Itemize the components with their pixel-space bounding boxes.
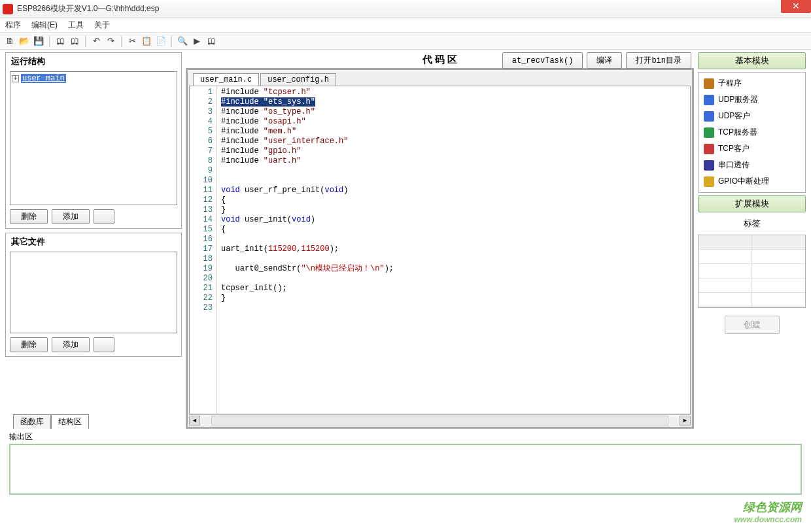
module-label: TCP客户	[718, 143, 750, 154]
module-icon	[704, 160, 714, 171]
title-bar: ESP8266模块开发V1.0—G:\hhh\ddd.esp ✕	[0, 0, 811, 18]
menu-edit[interactable]: 编辑(E)	[31, 20, 58, 31]
copy-icon[interactable]: 📋	[141, 35, 152, 47]
module-label: UDP服务器	[718, 94, 758, 105]
basic-modules-list: 子程序UDP服务器UDP客户TCP服务器TCP客户串口透传GPIO中断处理	[698, 72, 806, 193]
extra-button[interactable]	[94, 209, 114, 224]
watermark: 绿色资源网 www.downcc.com	[734, 499, 802, 524]
code-content[interactable]: #include "tcpser.h" #include "ets_sys.h"…	[217, 86, 690, 414]
delete-button[interactable]: 删除	[10, 209, 48, 224]
menu-tools[interactable]: 工具	[68, 20, 84, 31]
recv-task-button[interactable]: at_recvTask()	[502, 52, 583, 69]
module-icon	[704, 111, 714, 122]
help2-icon[interactable]: 🕮	[69, 35, 80, 47]
add-button[interactable]: 添加	[52, 209, 90, 224]
redo-icon[interactable]: ↷	[105, 35, 116, 47]
tree-root-label: user_main	[21, 74, 66, 83]
module-icon	[704, 176, 714, 187]
module-item[interactable]: UDP服务器	[700, 91, 804, 108]
app-icon	[3, 4, 13, 14]
module-label: 子程序	[718, 78, 742, 89]
label-grid[interactable]	[698, 235, 806, 308]
scroll-left-icon[interactable]: ◄	[189, 416, 200, 425]
compile-button[interactable]: 编译	[587, 52, 622, 69]
tree-view[interactable]: +user_main	[10, 71, 177, 205]
code-tab-main[interactable]: user_main.c	[193, 73, 259, 86]
module-item[interactable]: 串口透传	[700, 157, 804, 173]
close-button[interactable]: ✕	[781, 0, 811, 13]
horizontal-scrollbar[interactable]: ◄ ►	[189, 414, 691, 425]
module-item[interactable]: GPIO中断处理	[700, 173, 804, 190]
run-structure-title: 运行结构	[6, 53, 181, 70]
other-files-panel: 其它文件 删除 添加	[5, 233, 182, 357]
separator	[121, 35, 122, 47]
open-icon[interactable]: 📂	[18, 35, 30, 47]
save-icon[interactable]: 💾	[33, 35, 44, 47]
scroll-track[interactable]	[211, 416, 668, 425]
module-item[interactable]: TCP服务器	[700, 124, 804, 141]
module-icon	[704, 127, 714, 138]
tab-structure[interactable]: 结构区	[51, 414, 89, 429]
create-button[interactable]: 创建	[725, 316, 780, 334]
run-structure-panel: 运行结构 +user_main 删除 添加	[5, 52, 182, 229]
left-bottom-tabs: 函数库 结构区	[13, 414, 182, 429]
menu-program[interactable]: 程序	[5, 20, 21, 31]
tab-funclib[interactable]: 函数库	[13, 414, 51, 429]
paste-icon[interactable]: 📄	[155, 35, 167, 47]
output-label: 输出区	[9, 431, 802, 442]
code-editor[interactable]: 1234567891011121314151617181920212223 #i…	[189, 86, 691, 414]
delete-file-button[interactable]: 删除	[10, 337, 48, 352]
window-title: ESP8266模块开发V1.0—G:\hhh\ddd.esp	[17, 3, 159, 14]
separator	[85, 35, 86, 47]
scroll-right-icon[interactable]: ►	[680, 416, 691, 425]
basic-modules-header: 基本模块	[698, 52, 806, 69]
watermark-name: 绿色资源网	[734, 499, 802, 515]
tree-root-item[interactable]: +user_main	[12, 74, 66, 83]
module-item[interactable]: UDP客户	[700, 108, 804, 124]
module-label: GPIO中断处理	[718, 176, 769, 187]
find-icon[interactable]: 🔍	[177, 35, 188, 47]
new-icon[interactable]: 🗎	[4, 35, 16, 47]
code-tab-config[interactable]: user_config.h	[260, 73, 336, 86]
other-files-title: 其它文件	[6, 233, 181, 250]
module-label: 串口透传	[718, 159, 750, 171]
code-area-title: 代 码 区	[423, 54, 457, 66]
separator	[171, 35, 172, 47]
label-header: 标签	[698, 215, 806, 232]
module-icon	[704, 78, 714, 89]
module-item[interactable]: 子程序	[700, 75, 804, 91]
help1-icon[interactable]: 🕮	[54, 35, 66, 47]
menu-about[interactable]: 关于	[94, 20, 110, 31]
line-gutter: 1234567891011121314151617181920212223	[190, 86, 217, 414]
ext-modules-header: 扩展模块	[698, 195, 806, 212]
toolbar: 🗎 📂 💾 🕮 🕮 ↶ ↷ ✂ 📋 📄 🔍 ▶ 🕮	[0, 33, 811, 50]
module-icon	[704, 144, 714, 154]
module-item[interactable]: TCP客户	[700, 141, 804, 157]
other-files-list[interactable]	[10, 252, 177, 333]
output-area[interactable]	[9, 444, 802, 495]
open-bin-button[interactable]: 打开bin目录	[626, 52, 691, 69]
code-panel: user_main.c user_config.h 12345678910111…	[186, 68, 694, 429]
add-file-button[interactable]: 添加	[52, 337, 90, 352]
menu-bar: 程序 编辑(E) 工具 关于	[0, 18, 811, 33]
watermark-url: www.downcc.com	[734, 515, 802, 524]
module-label: UDP客户	[718, 110, 750, 122]
module-label: TCP服务器	[718, 127, 757, 138]
extra-file-button[interactable]	[94, 337, 114, 352]
separator	[49, 35, 50, 47]
module-icon	[704, 95, 714, 105]
run-icon[interactable]: ▶	[191, 35, 203, 47]
undo-icon[interactable]: ↶	[90, 35, 102, 47]
cut-icon[interactable]: ✂	[126, 35, 138, 47]
expand-icon[interactable]: +	[12, 75, 19, 82]
help3-icon[interactable]: 🕮	[205, 35, 217, 47]
